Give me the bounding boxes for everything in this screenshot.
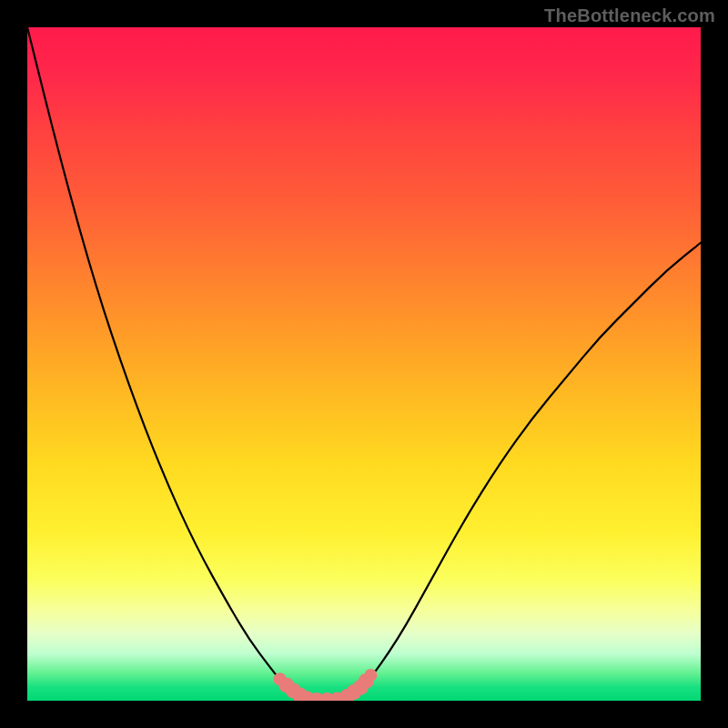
chart-frame: TheBottleneck.com <box>0 0 728 728</box>
plot-area <box>27 27 701 701</box>
highlight-dot <box>364 669 377 682</box>
watermark: TheBottleneck.com <box>544 5 715 26</box>
highlight-dots <box>274 669 378 701</box>
plot-svg <box>27 27 701 701</box>
bottleneck-curve <box>27 27 701 701</box>
